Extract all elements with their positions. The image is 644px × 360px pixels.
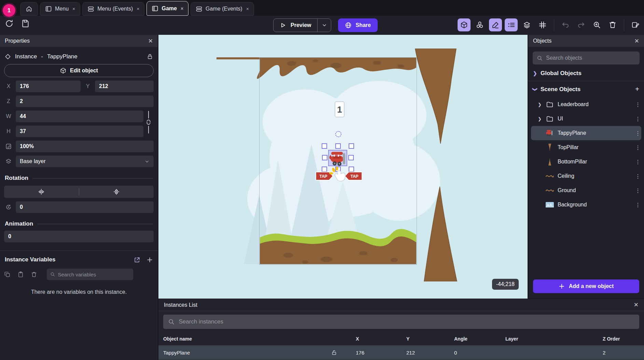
preview-label: Preview — [291, 22, 311, 28]
layers-button[interactable] — [520, 18, 533, 31]
y-field[interactable] — [95, 81, 154, 92]
global-objects-group[interactable]: ❯ Global Objects — [528, 66, 644, 81]
add-variable-button[interactable] — [146, 257, 153, 263]
paste-variable-button[interactable] — [17, 271, 24, 278]
object-row-tappyplane[interactable]: TappyPlane ⋮ — [531, 126, 641, 140]
separator: - — [41, 53, 43, 60]
object-label: Background — [558, 202, 587, 208]
rotation-field[interactable] — [16, 201, 154, 213]
plus-icon — [146, 257, 153, 263]
search-instances-input[interactable] — [163, 315, 639, 329]
delete-variable-button[interactable] — [31, 271, 37, 278]
tab-menu[interactable]: Menu × — [40, 2, 80, 16]
z-field[interactable] — [16, 96, 154, 107]
object-menu-button[interactable]: ⋮ — [635, 144, 641, 151]
folder-icon — [545, 115, 554, 123]
object-row-ground[interactable]: Ground ⋮ — [528, 183, 644, 198]
copy-variable-button[interactable] — [4, 271, 11, 278]
toggle-instances-list-button[interactable] — [505, 18, 518, 31]
opacity-field[interactable] — [16, 141, 154, 152]
tab-close-icon[interactable]: × — [137, 6, 139, 12]
gdevelop-editor: Menu × Menu (Events) × Game × Game (Even… — [0, 0, 644, 360]
tab-game-events[interactable]: Game (Events) × — [191, 2, 254, 16]
scene-edit-icon — [631, 21, 640, 29]
col-angle[interactable]: Angle — [454, 336, 505, 342]
instances-list-panel: Instances List ✕ Object name X Y Angle L… — [158, 299, 644, 360]
save-button[interactable] — [21, 19, 30, 28]
col-z-order[interactable]: Z Order — [603, 336, 639, 342]
link-width-height-toggle[interactable] — [143, 107, 154, 137]
search-objects-input[interactable] — [533, 52, 640, 64]
preview-button[interactable]: Preview — [273, 18, 331, 32]
refresh-button[interactable] — [5, 19, 14, 28]
object-menu-button[interactable]: ⋮ — [635, 202, 641, 208]
col-layer[interactable]: Layer — [505, 336, 603, 342]
x-field[interactable] — [16, 81, 81, 92]
share-button[interactable]: Share — [338, 18, 377, 32]
close-instances-list-button[interactable]: ✕ — [634, 301, 639, 308]
tab-home[interactable] — [20, 2, 38, 16]
properties-title: Properties — [5, 38, 30, 44]
undo-icon — [561, 21, 570, 29]
tab-close-icon[interactable]: × — [246, 6, 249, 12]
unlock-icon[interactable] — [331, 350, 356, 356]
redo-button[interactable] — [575, 18, 588, 31]
col-object-name[interactable]: Object name — [163, 336, 331, 342]
object-menu-button[interactable]: ⋮ — [635, 173, 641, 179]
object-label: TappyPlane — [558, 130, 586, 136]
scene-canvas[interactable]: 1 — [158, 35, 528, 299]
edit-scene-button[interactable] — [629, 18, 642, 31]
animation-field[interactable] — [4, 231, 154, 242]
preview-dropdown-button[interactable] — [317, 19, 331, 32]
chevron-down-icon — [322, 23, 327, 28]
cube-icon — [460, 21, 468, 29]
undo-button[interactable] — [559, 18, 572, 31]
object-row-ceiling[interactable]: Ceiling ⋮ — [528, 169, 644, 183]
close-objects-button[interactable]: ✕ — [634, 38, 639, 45]
events-icon — [196, 5, 202, 12]
notification-badge[interactable]: 1 — [3, 4, 15, 17]
paste-icon — [17, 271, 24, 278]
tab-close-icon[interactable]: × — [72, 6, 75, 12]
lock-instance-button[interactable] — [147, 54, 153, 60]
zoom-button[interactable] — [590, 18, 603, 31]
width-field[interactable] — [16, 111, 143, 122]
add-new-object-button[interactable]: Add a new object — [533, 279, 639, 293]
toggle-properties-button[interactable] — [489, 18, 502, 31]
flip-horizontal-button[interactable] — [4, 188, 79, 196]
object-row-toppillar[interactable]: TopPillar ⋮ — [528, 140, 644, 155]
open-variables-editor-button[interactable] — [134, 257, 140, 263]
instance-table-row[interactable]: TappyPlane 176 212 0 2 — [158, 345, 644, 360]
instance-diamond-icon — [5, 54, 11, 60]
col-x[interactable]: X — [356, 336, 406, 342]
add-object-quick-button[interactable]: + — [635, 85, 639, 93]
flip-vertical-button[interactable] — [79, 188, 154, 196]
object-row-background[interactable]: Background ⋮ — [528, 198, 644, 212]
object-groups-button[interactable] — [473, 18, 486, 31]
object-menu-button[interactable]: ⋮ — [635, 130, 641, 136]
object-row-leaderboard[interactable]: ❯ Leaderboard ⋮ — [528, 97, 644, 112]
search-variables-input[interactable] — [47, 269, 133, 280]
height-field[interactable] — [16, 126, 143, 137]
layer-select[interactable] — [16, 156, 154, 167]
delete-button[interactable] — [606, 18, 619, 31]
search-icon — [50, 272, 55, 277]
tab-menu-events[interactable]: Menu (Events) × — [82, 2, 144, 16]
tab-close-icon[interactable]: × — [181, 6, 183, 11]
object-menu-button[interactable]: ⋮ — [635, 101, 641, 108]
close-properties-button[interactable]: ✕ — [148, 38, 153, 45]
objects-panel: Objects ✕ ❯ Global Objects ❯ Scene Objec… — [528, 35, 644, 299]
object-menu-button[interactable]: ⋮ — [635, 159, 641, 165]
tab-game[interactable]: Game × — [146, 1, 188, 16]
object-menu-button[interactable]: ⋮ — [635, 116, 641, 122]
object-row-ui[interactable]: ❯ UI ⋮ — [528, 112, 644, 126]
toggle-objects-panel-button[interactable] — [458, 18, 471, 31]
col-y[interactable]: Y — [406, 336, 454, 342]
scene-objects-group[interactable]: ❯ Scene Objects + — [528, 81, 644, 97]
grid-button[interactable] — [536, 18, 549, 31]
object-menu-button[interactable]: ⋮ — [635, 187, 641, 194]
edit-object-button[interactable]: Edit object — [4, 64, 154, 77]
rotation-handle[interactable] — [336, 131, 341, 137]
instances-list-icon — [507, 21, 515, 29]
object-row-bottompillar[interactable]: BottomPillar ⋮ — [528, 155, 644, 169]
